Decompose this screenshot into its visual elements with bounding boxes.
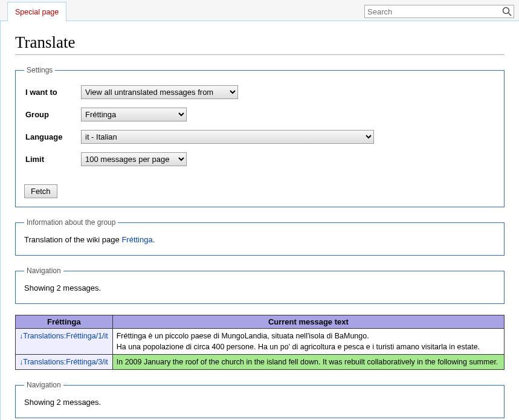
- message-link[interactable]: Translations:Fréttinga/1/it: [23, 332, 108, 340]
- top-bar: Special page: [0, 0, 519, 21]
- nav-bottom-text: Showing 2 messages.: [24, 398, 495, 407]
- lang-select[interactable]: it - Italian: [81, 130, 374, 144]
- content: Translate Settings I want to View all un…: [0, 21, 519, 420]
- nav-bottom-legend: Navigation: [24, 381, 63, 389]
- group-info-link[interactable]: Fréttinga: [121, 235, 152, 244]
- limit-select[interactable]: 100 messages per page: [81, 152, 187, 166]
- group-info-legend: Information about the group: [24, 218, 118, 227]
- lang-label: Language: [25, 126, 80, 147]
- nav-bottom-fieldset: Navigation Showing 2 messages.: [15, 381, 504, 418]
- want-label: I want to: [25, 82, 80, 103]
- col-header-body: Current message text: [112, 315, 504, 329]
- svg-point-0: [503, 8, 509, 14]
- settings-table: I want to View all untranslated messages…: [24, 80, 381, 179]
- nav-top-fieldset: Navigation Showing 2 messages.: [15, 267, 504, 304]
- want-select[interactable]: View all untranslated messages from: [81, 85, 238, 99]
- search-icon[interactable]: [502, 7, 512, 16]
- message-body-cell: Fréttinga è un piccolo paese di MungoLan…: [112, 329, 504, 355]
- table-row: ↓Translations:Fréttinga/3/itIn 2009 Janu…: [16, 355, 504, 370]
- tab-special-page[interactable]: Special page: [7, 2, 66, 21]
- limit-label: Limit: [25, 149, 80, 170]
- messages-table: Fréttinga Current message text ↓Translat…: [15, 315, 504, 370]
- table-row: ↓Translations:Fréttinga/1/itFréttinga è …: [16, 329, 504, 355]
- message-title-cell: ↓Translations:Fréttinga/1/it: [16, 329, 113, 355]
- settings-legend: Settings: [24, 66, 55, 74]
- group-select[interactable]: Fréttinga: [81, 108, 187, 121]
- group-info-text: Translation of the wiki page Fréttinga.: [24, 235, 495, 244]
- search-wrap: [364, 5, 514, 18]
- group-info-fieldset: Information about the group Translation …: [15, 218, 504, 256]
- nav-top-legend: Navigation: [24, 267, 63, 275]
- message-body-cell: In 2009 January the roof of the church i…: [112, 355, 504, 370]
- fetch-button[interactable]: Fetch: [24, 184, 57, 198]
- message-link[interactable]: Translations:Fréttinga/3/it: [23, 358, 108, 366]
- message-title-cell: ↓Translations:Fréttinga/3/it: [16, 355, 113, 370]
- group-info-suffix: .: [153, 235, 155, 244]
- col-header-title: Fréttinga: [16, 315, 113, 329]
- svg-line-1: [509, 13, 512, 16]
- group-label: Group: [25, 104, 80, 125]
- group-info-prefix: Translation of the wiki page: [24, 235, 121, 244]
- settings-fieldset: Settings I want to View all untranslated…: [15, 66, 504, 207]
- page-title: Translate: [15, 33, 504, 55]
- search-input[interactable]: [364, 5, 514, 18]
- nav-top-text: Showing 2 messages.: [24, 283, 495, 292]
